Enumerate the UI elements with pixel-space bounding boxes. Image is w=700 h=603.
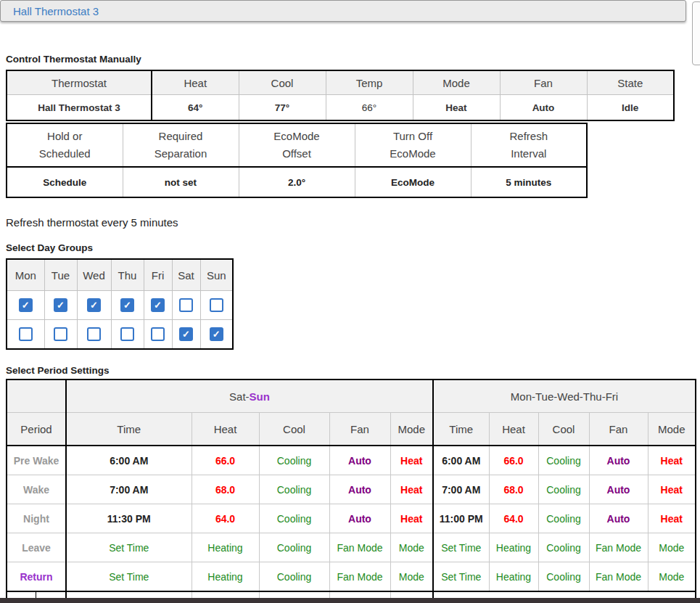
group2-thu-checkbox[interactable] [120, 327, 134, 341]
period-row-wake: Wake 7:00 AM 68.0 Cooling Auto Heat 7:00… [7, 475, 696, 504]
turnoff-ecomode-toggle[interactable]: EcoMode [355, 167, 471, 197]
we-fan[interactable]: Auto [329, 446, 390, 475]
wd-fan[interactable]: Fan Mode [589, 562, 648, 592]
wd-mode[interactable]: Mode [648, 562, 696, 592]
col-required-separation: RequiredSeparation [123, 123, 239, 167]
day-tue: Tue [44, 259, 77, 291]
col-state: State [587, 70, 674, 95]
cool-setpoint[interactable]: 77° [239, 95, 326, 121]
we-time[interactable]: 11:30 PM [66, 504, 192, 533]
period-label: Return [7, 562, 66, 592]
refresh-interval-value[interactable]: 5 minutes [471, 167, 587, 197]
we-cool[interactable]: Cooling [259, 533, 329, 562]
wd-heat[interactable]: 68.0 [489, 475, 538, 504]
day-group1-row [7, 291, 233, 320]
group2-sun-checkbox[interactable] [210, 327, 223, 341]
ecomode-offset-value[interactable]: 2.0° [239, 167, 355, 197]
wd-col-fan: Fan [589, 413, 648, 446]
we-fan[interactable]: Fan Mode [329, 562, 390, 592]
wd-cool[interactable]: Cooling [538, 562, 589, 592]
col-ecomode-offset: EcoModeOffset [239, 123, 355, 167]
wd-cool[interactable]: Cooling [538, 475, 589, 504]
wd-heat[interactable]: Heating [489, 533, 538, 562]
day-sat: Sat [172, 259, 200, 291]
we-heat[interactable]: Heating [192, 562, 259, 592]
heat-setpoint[interactable]: 64° [152, 95, 239, 121]
col-fan: Fan [500, 70, 587, 95]
wd-cool[interactable]: Cooling [538, 446, 589, 475]
accordion-header[interactable]: Hall Thermostat 3 [0, 0, 686, 22]
wd-heat[interactable]: Heating [489, 562, 538, 592]
day-thu: Thu [111, 259, 144, 291]
day-groups-heading: Select Day Groups [6, 242, 696, 253]
we-time[interactable]: Set Time [66, 562, 192, 592]
col-mode: Mode [413, 70, 500, 95]
period-label: Night [7, 504, 66, 533]
weekend-group-header: Sat-Sun [66, 380, 433, 413]
group1-mon-checkbox[interactable] [19, 298, 33, 312]
wd-heat[interactable]: 66.0 [489, 446, 538, 475]
we-time[interactable]: Set Time [66, 533, 192, 562]
wd-fan[interactable]: Auto [589, 475, 648, 504]
we-cool[interactable]: Cooling [259, 475, 329, 504]
we-cool[interactable]: Cooling [259, 562, 329, 592]
wd-time[interactable]: Set Time [433, 562, 489, 592]
we-mode[interactable]: Heat [390, 446, 433, 475]
we-fan[interactable]: Fan Mode [329, 533, 390, 562]
wd-cool[interactable]: Cooling [538, 533, 589, 562]
we-mode[interactable]: Heat [390, 475, 433, 504]
wd-mode[interactable]: Heat [648, 504, 696, 533]
we-heat[interactable]: 64.0 [192, 504, 259, 533]
we-fan[interactable]: Auto [329, 504, 390, 533]
we-heat[interactable]: 66.0 [192, 446, 259, 475]
required-separation-value[interactable]: not set [123, 167, 239, 197]
we-time[interactable]: 7:00 AM [66, 475, 192, 504]
status-table: Thermostat Heat Cool Temp Mode Fan State… [6, 70, 675, 121]
group1-fri-checkbox[interactable] [151, 298, 165, 312]
we-heat[interactable]: 68.0 [192, 475, 259, 504]
group2-wed-checkbox[interactable] [87, 327, 101, 341]
wd-fan[interactable]: Auto [589, 504, 648, 533]
wd-fan[interactable]: Auto [589, 446, 648, 475]
config-row: Schedule not set 2.0° EcoMode 5 minutes [7, 167, 587, 197]
we-fan[interactable]: Auto [329, 475, 390, 504]
wd-time[interactable]: 6:00 AM [433, 446, 489, 475]
group1-thu-checkbox[interactable] [120, 298, 134, 312]
wd-time[interactable]: Set Time [433, 533, 489, 562]
col-cool: Cool [239, 70, 326, 95]
col-temp: Temp [326, 70, 413, 95]
group2-tue-checkbox[interactable] [54, 327, 67, 341]
weekday-group-header: Mon-Tue-Wed-Thu-Fri [433, 380, 696, 413]
we-cool[interactable]: Cooling [259, 446, 329, 475]
accordion-title[interactable]: Hall Thermostat 3 [13, 5, 99, 17]
period-row-prewake: Pre Wake 6:00 AM 66.0 Cooling Auto Heat … [7, 446, 696, 475]
period-row-night: Night 11:30 PM 64.0 Cooling Auto Heat 11… [7, 504, 696, 533]
we-mode[interactable]: Heat [390, 504, 433, 533]
group1-sun-checkbox[interactable] [210, 298, 223, 312]
we-col-fan: Fan [329, 413, 390, 446]
we-mode[interactable]: Mode [390, 562, 433, 592]
wd-time[interactable]: 7:00 AM [433, 475, 489, 504]
wd-cool[interactable]: Cooling [538, 504, 589, 533]
we-cool[interactable]: Cooling [259, 504, 329, 533]
wd-mode[interactable]: Heat [648, 446, 696, 475]
group1-tue-checkbox[interactable] [54, 298, 67, 312]
wd-heat[interactable]: 64.0 [489, 504, 538, 533]
group2-mon-checkbox[interactable] [19, 327, 33, 341]
mode-value[interactable]: Heat [413, 95, 500, 121]
wd-fan[interactable]: Fan Mode [589, 533, 648, 562]
we-mode[interactable]: Mode [390, 533, 433, 562]
wd-col-mode: Mode [648, 413, 696, 446]
day-header-row: Mon Tue Wed Thu Fri Sat Sun [7, 259, 233, 291]
wd-time[interactable]: 11:00 PM [433, 504, 489, 533]
group1-sat-checkbox[interactable] [179, 298, 193, 312]
fan-value[interactable]: Auto [500, 95, 587, 121]
we-time[interactable]: 6:00 AM [66, 446, 192, 475]
hold-schedule-toggle[interactable]: Schedule [7, 167, 123, 197]
group2-sat-checkbox[interactable] [179, 327, 193, 341]
wd-mode[interactable]: Heat [648, 475, 696, 504]
group2-fri-checkbox[interactable] [151, 327, 165, 341]
wd-mode[interactable]: Mode [648, 533, 696, 562]
we-heat[interactable]: Heating [192, 533, 259, 562]
group1-wed-checkbox[interactable] [87, 298, 101, 312]
